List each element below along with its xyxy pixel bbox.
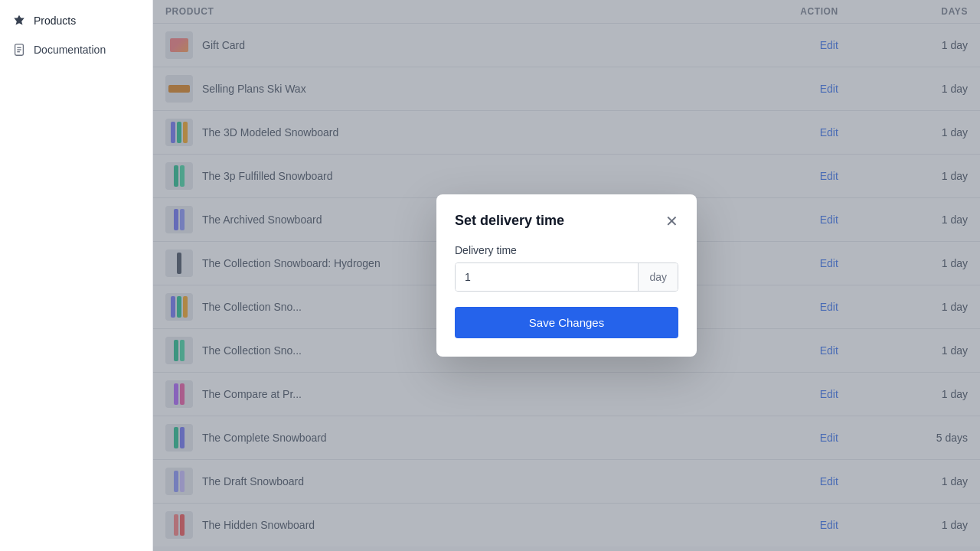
- sidebar-item-documentation[interactable]: Documentation: [0, 35, 152, 64]
- delivery-time-input[interactable]: [456, 263, 638, 291]
- sidebar-item-products[interactable]: Products: [0, 6, 152, 35]
- save-changes-button[interactable]: Save Changes: [455, 307, 678, 338]
- delivery-time-label: Delivery time: [455, 244, 678, 256]
- sidebar-item-documentation-label: Documentation: [34, 44, 106, 56]
- sidebar-item-products-label: Products: [34, 15, 76, 27]
- main-content: PRODUCT ACTION DAYS Gift Card Edit 1 day: [153, 0, 980, 551]
- file-icon: [12, 43, 26, 57]
- modal-overlay: Set delivery time ✕ Delivery time day Sa…: [153, 0, 980, 551]
- day-addon: day: [638, 263, 678, 291]
- modal-close-button[interactable]: ✕: [665, 214, 678, 229]
- delivery-time-input-group: day: [455, 262, 678, 292]
- modal: Set delivery time ✕ Delivery time day Sa…: [436, 194, 697, 357]
- modal-title: Set delivery time: [455, 213, 564, 229]
- diamond-icon: [12, 14, 26, 28]
- sidebar: Products Documentation: [0, 0, 153, 551]
- modal-header: Set delivery time ✕: [455, 213, 678, 229]
